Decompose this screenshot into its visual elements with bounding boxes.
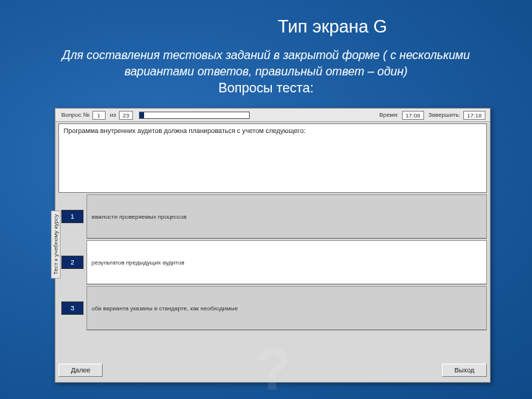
answer-row: 3 оба варианта указаны в стандарте, как … xyxy=(58,286,487,330)
answers-area: 1 важности проверяемых процессов 2 резул… xyxy=(58,194,487,330)
question-total: 23 xyxy=(119,111,133,120)
exit-button[interactable]: Выход xyxy=(442,364,487,377)
status-bar: Вопрос № 1 из 23 Время: 17:08 Завершить:… xyxy=(55,109,490,122)
progress-bar xyxy=(139,112,250,119)
question-current: 1 xyxy=(92,111,106,120)
question-number-label: Вопрос № xyxy=(61,112,89,118)
answer-text-2[interactable]: результатов предыдущих аудитов xyxy=(86,240,487,284)
answer-text-1[interactable]: важности проверяемых процессов xyxy=(86,194,487,239)
screen-subtitle: Для составления тестовых заданий в закры… xyxy=(30,47,502,79)
answer-row: 2 результатов предыдущих аудитов xyxy=(58,240,487,284)
questions-heading: Вопросы теста: xyxy=(0,81,532,96)
time-value: 17:08 xyxy=(402,111,424,120)
of-label: из xyxy=(110,112,116,118)
side-course-label: Тест к учебному курсу xyxy=(51,211,61,279)
bottom-toolbar: Далее Выход xyxy=(58,361,487,379)
answer-button-1[interactable]: 1 xyxy=(61,210,83,223)
answer-text-3[interactable]: оба варианта указаны в стандарте, как не… xyxy=(86,286,487,330)
answer-button-2[interactable]: 2 xyxy=(61,256,83,269)
answer-button-3[interactable]: 3 xyxy=(61,301,83,315)
time-label: Время: xyxy=(379,112,398,118)
answer-row: 1 важности проверяемых процессов xyxy=(58,194,487,239)
question-text: Программа внутренних аудитов должна план… xyxy=(58,123,487,193)
end-value: 17:18 xyxy=(463,111,485,120)
screen-type-title: Тип экрана G xyxy=(133,16,532,37)
end-label: Завершить: xyxy=(429,112,460,118)
test-window: Вопрос № 1 из 23 Время: 17:08 Завершить:… xyxy=(55,108,491,383)
next-button[interactable]: Далее xyxy=(58,364,103,377)
